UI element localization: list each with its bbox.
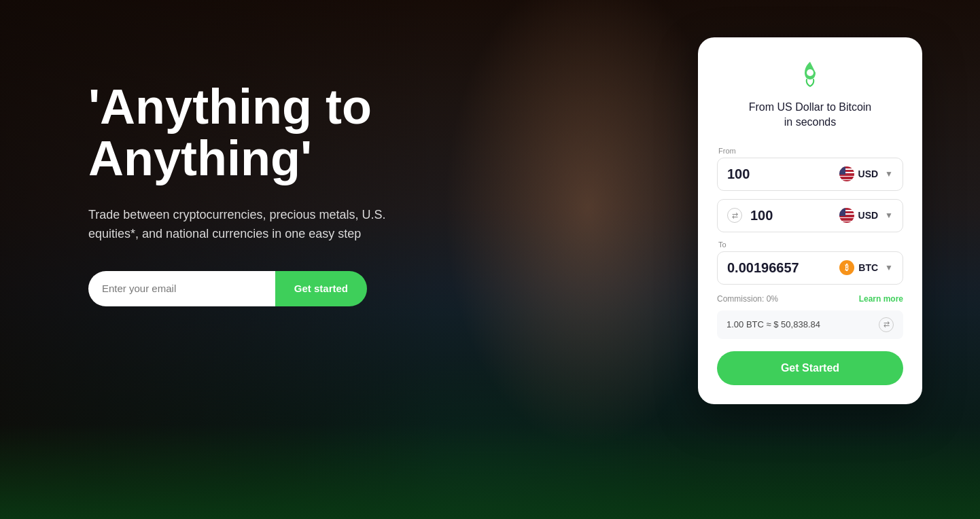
hero-subtitle: Trade between cryptocurrencies, precious… — [88, 206, 415, 244]
rate-row: 1.00 BTC ≈ $ 50,838.84 ⇄ — [717, 310, 903, 339]
swap-chevron-icon: ▼ — [885, 211, 893, 220]
get-started-button[interactable]: Get started — [275, 271, 367, 306]
commission-text: Commission: 0% — [717, 294, 778, 304]
swap-currency-selector[interactable]: USD ▼ — [839, 208, 893, 223]
to-chevron-icon: ▼ — [885, 263, 893, 272]
card-get-started-button[interactable]: Get Started — [717, 351, 903, 385]
uphold-logo-icon — [795, 59, 825, 89]
to-currency-selector[interactable]: ₿ BTC ▼ — [839, 260, 893, 275]
learn-more-link[interactable]: Learn more — [859, 294, 903, 304]
swap-row[interactable]: ⇄ 100 USD ▼ — [717, 199, 903, 232]
swap-currency-code: USD — [858, 210, 879, 221]
to-value: 0.00196657 — [727, 260, 839, 276]
to-label: To — [717, 240, 903, 249]
from-field-box[interactable]: 100 USD ▼ — [717, 158, 903, 191]
usd-flag-icon — [839, 166, 854, 181]
card-title: From US Dollar to Bitcoin in seconds — [717, 100, 903, 130]
swap-icon: ⇄ — [727, 208, 742, 223]
to-currency-code: BTC — [858, 262, 878, 273]
to-field-group: To 0.00196657 ₿ BTC ▼ — [717, 240, 903, 285]
card-logo-container — [717, 59, 903, 89]
converter-card: From US Dollar to Bitcoin in seconds Fro… — [698, 37, 922, 404]
from-field-group: From 100 USD ▼ — [717, 147, 903, 191]
rate-refresh-button[interactable]: ⇄ — [879, 317, 894, 332]
swap-usd-flag-icon — [839, 208, 854, 223]
btc-icon: ₿ — [839, 260, 854, 275]
swap-value: 100 — [750, 208, 839, 223]
hero-section: 'Anything to Anything' Trade between cry… — [88, 82, 469, 306]
from-value: 100 — [727, 166, 839, 182]
background-foliage — [0, 424, 980, 519]
from-label: From — [717, 147, 903, 155]
svg-point-0 — [807, 69, 813, 76]
commission-row: Commission: 0% Learn more — [717, 294, 903, 304]
email-signup-row: Get started — [88, 271, 367, 306]
email-input[interactable] — [88, 271, 275, 306]
to-field-box[interactable]: 0.00196657 ₿ BTC ▼ — [717, 251, 903, 285]
from-currency-code: USD — [858, 168, 879, 179]
from-currency-selector[interactable]: USD ▼ — [839, 166, 893, 181]
rate-text: 1.00 BTC ≈ $ 50,838.84 — [727, 319, 820, 329]
hero-title: 'Anything to Anything' — [88, 82, 469, 184]
from-chevron-icon: ▼ — [885, 169, 893, 179]
